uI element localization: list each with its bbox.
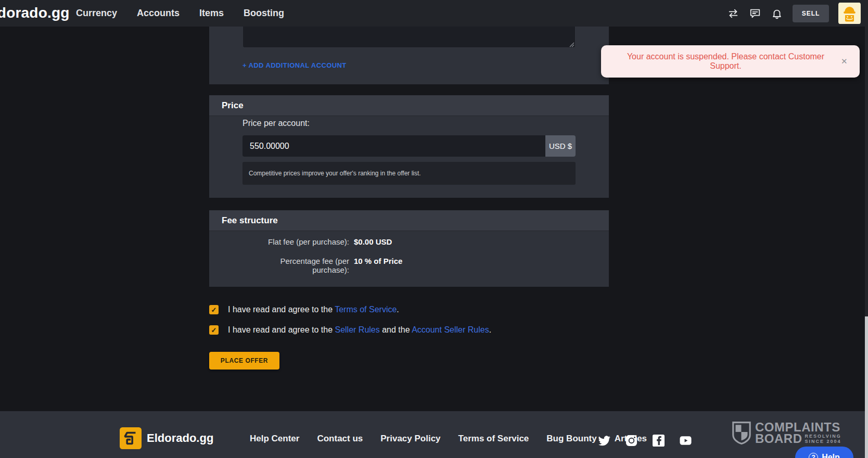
top-navbar: Eldorado.gg Currency Accounts Items Boos… [0, 0, 868, 27]
tos-text-suffix: . [397, 305, 399, 314]
seller-rules-checkbox[interactable]: ✓ [209, 325, 219, 335]
brand-logo[interactable]: Eldorado.gg [0, 5, 70, 21]
place-offer-button[interactable]: PLACE OFFER [209, 352, 279, 370]
seller-text-prefix: I have read and agree to the [228, 325, 335, 334]
add-additional-account-link[interactable]: + ADD ADDITIONAL ACCOUNT [242, 61, 347, 69]
tos-text-prefix: I have read and agree to the [228, 305, 335, 314]
percentage-fee-row: Percentage fee (per purchase): 10 % of P… [242, 257, 402, 274]
footer-social-icons [598, 435, 692, 447]
scrollbar-thumb[interactable] [865, 316, 868, 458]
tos-checkbox[interactable]: ✓ [209, 305, 219, 314]
percentage-fee-label: Percentage fee (per purchase): [242, 257, 349, 274]
price-panel-header: Price [209, 95, 609, 116]
nav-item-currency[interactable]: Currency [76, 8, 117, 19]
seller-rules-agreement-row: ✓ I have read and agree to the Seller Ru… [209, 325, 491, 335]
complaints-board-text: COMPLAINTS BOARD RESOLVING SINCE 2004 [755, 422, 841, 444]
flat-fee-value: $0.00 USD [354, 237, 392, 246]
nav-item-items[interactable]: Items [199, 8, 224, 19]
nav-right-cluster: SELL [727, 0, 861, 27]
youtube-icon[interactable] [680, 435, 692, 447]
nav-item-accounts[interactable]: Accounts [137, 8, 180, 19]
tagline-since: SINCE 2004 [805, 439, 841, 444]
percentage-fee-value: 10 % of Price [354, 257, 402, 265]
terms-of-service-link[interactable]: Terms of Service [335, 305, 397, 314]
price-per-account-label: Price per account: [242, 119, 310, 128]
seller-rules-agreement-text: I have read and agree to the Seller Rule… [228, 325, 491, 335]
footer-link-privacy-policy[interactable]: Privacy Policy [380, 434, 440, 444]
seller-text-suffix: . [489, 325, 491, 334]
user-avatar[interactable] [838, 3, 861, 24]
twitter-icon[interactable] [598, 435, 610, 447]
help-button[interactable]: ? Help [795, 447, 853, 458]
help-label: Help [822, 453, 840, 458]
account-details-panel: + ADD ADDITIONAL ACCOUNT [209, 27, 609, 84]
sell-button[interactable]: SELL [793, 5, 829, 22]
facebook-icon[interactable] [653, 435, 665, 447]
price-panel: Price Price per account: USD $ Competiti… [209, 95, 609, 198]
footer-link-terms-of-service[interactable]: Terms of Service [458, 434, 529, 444]
fee-structure-panel: Fee structure Flat fee (per purchase): $… [209, 210, 609, 287]
complaints-tagline: RESOLVING SINCE 2004 [805, 434, 841, 444]
nav-item-boosting[interactable]: Boosting [244, 8, 284, 19]
suspension-toast: Your account is suspended. Please contac… [601, 45, 860, 78]
page: Eldorado.gg Currency Accounts Items Boos… [0, 0, 868, 458]
currency-selector[interactable]: USD $ [545, 135, 576, 157]
seller-text-middle: and the [380, 325, 412, 334]
main-nav: Currency Accounts Items Boosting [76, 0, 284, 27]
toast-message: Your account is suspended. Please contac… [601, 52, 841, 71]
footer-link-help-center[interactable]: Help Center [250, 434, 299, 444]
fee-panel-title: Fee structure [222, 215, 278, 226]
footer-link-contact-us[interactable]: Contact us [317, 434, 363, 444]
price-hint: Competitive prices improve your offer's … [242, 162, 576, 185]
trade-swap-icon[interactable] [727, 7, 739, 20]
account-details-textarea[interactable] [242, 27, 576, 48]
help-question-icon: ? [809, 453, 818, 458]
price-input[interactable] [242, 135, 545, 157]
flat-fee-row: Flat fee (per purchase): $0.00 USD [242, 237, 392, 246]
complaints-board-shield-icon [732, 421, 751, 445]
fee-panel-header: Fee structure [209, 210, 609, 231]
footer-brand-name[interactable]: Eldorado.gg [147, 431, 213, 445]
footer: Eldorado.gg Help Center Contact us Priva… [0, 411, 868, 458]
account-seller-rules-link[interactable]: Account Seller Rules [412, 325, 489, 334]
flat-fee-label: Flat fee (per purchase): [242, 237, 349, 246]
footer-links: Help Center Contact us Privacy Policy Te… [250, 434, 647, 444]
tos-agreement-text: I have read and agree to the Terms of Se… [228, 305, 399, 314]
miner-avatar-icon [838, 3, 861, 24]
price-panel-title: Price [222, 100, 244, 111]
instagram-icon[interactable] [626, 435, 637, 447]
tos-agreement-row: ✓ I have read and agree to the Terms of … [209, 305, 399, 314]
footer-brand-icon [120, 427, 142, 449]
chat-icon[interactable] [749, 7, 761, 20]
seller-rules-link[interactable]: Seller Rules [335, 325, 379, 334]
footer-link-bug-bounty[interactable]: Bug Bounty [546, 434, 596, 444]
page-scrollbar[interactable] [865, 0, 868, 458]
toast-close-icon[interactable]: ✕ [841, 57, 860, 66]
board-text: BOARD [755, 433, 802, 444]
tagline-resolving: RESOLVING [805, 434, 841, 439]
complaints-board-logo[interactable]: COMPLAINTS BOARD RESOLVING SINCE 2004 [732, 421, 841, 445]
notifications-bell-icon[interactable] [771, 7, 783, 20]
